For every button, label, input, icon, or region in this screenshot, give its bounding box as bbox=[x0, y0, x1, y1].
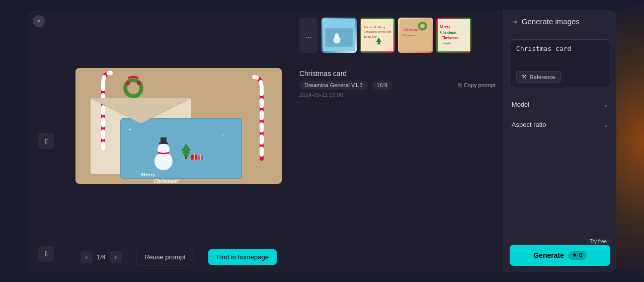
model-tag: Dreamina General V1.3 bbox=[299, 81, 368, 90]
chevron-right-icon: › bbox=[115, 254, 117, 261]
close-icon: × bbox=[37, 18, 40, 25]
svg-text:Christmas: Christmas bbox=[441, 36, 458, 40]
model-label: Model bbox=[512, 101, 529, 108]
svg-point-32 bbox=[335, 33, 339, 38]
aspect-ratio-chevron-icon: ⌄ bbox=[603, 121, 608, 128]
reuse-prompt-button[interactable]: Reuse prompt bbox=[136, 249, 194, 265]
svg-text:Merry: Merry bbox=[440, 25, 451, 29]
prompt-input-container: ⚒ Reference bbox=[510, 39, 610, 88]
thumbnail-4[interactable]: Merry Christmas Christmas Card bbox=[436, 18, 471, 53]
try-free-badge: Try free bbox=[586, 238, 610, 245]
generate-title: Generate images bbox=[522, 17, 580, 26]
page-indicator: 1/4 bbox=[97, 253, 106, 261]
left-nav-panel: ⇧ ⇩ bbox=[28, 10, 65, 272]
prompt-title: Christmas card bbox=[299, 69, 496, 78]
thumbnail-2[interactable]: Maman & Merry Christophe, layme fom the … bbox=[360, 18, 395, 53]
thumbnails-container: Maman & Merry Christophe, layme fom the … bbox=[321, 18, 471, 53]
ratio-tag: 16:9 bbox=[372, 81, 392, 90]
model-section[interactable]: Model ⌄ bbox=[504, 94, 616, 114]
chevron-left-icon: ‹ bbox=[86, 254, 88, 261]
svg-point-28 bbox=[137, 81, 141, 85]
copy-icon: ⎘ bbox=[458, 82, 462, 88]
svg-rect-15 bbox=[200, 155, 201, 160]
prompt-info-area: Christmas card Dreamina General V1.3 16:… bbox=[292, 65, 503, 102]
reference-button[interactable]: ⚒ Reference bbox=[516, 71, 561, 83]
svg-text:the rat hein: the rat hein bbox=[364, 35, 377, 38]
generate-button[interactable]: Generate ✦ 0 bbox=[510, 245, 610, 266]
svg-rect-44 bbox=[438, 19, 470, 51]
prev-page-button[interactable]: ‹ bbox=[80, 251, 93, 263]
svg-rect-11 bbox=[185, 156, 187, 159]
svg-rect-7 bbox=[160, 137, 167, 143]
next-page-button[interactable]: › bbox=[110, 251, 122, 263]
aspect-ratio-label: Aspect ratio bbox=[512, 121, 546, 128]
svg-point-43 bbox=[420, 24, 425, 28]
nav-up-button[interactable]: ⇧ bbox=[38, 133, 54, 149]
model-chevron-icon: ⌄ bbox=[603, 101, 608, 108]
generate-icon: ⇥ bbox=[512, 18, 518, 26]
right-section: ... M bbox=[292, 10, 503, 272]
svg-text:Maman & Merry: Maman & Merry bbox=[364, 25, 386, 29]
prompt-tags: Dreamina General V1.3 16:9 ⎘ Copy prompt bbox=[299, 81, 496, 90]
svg-text:✦: ✦ bbox=[128, 127, 132, 132]
svg-point-27 bbox=[126, 81, 130, 85]
svg-text:✦: ✦ bbox=[221, 133, 224, 136]
more-options-button[interactable]: ... bbox=[299, 18, 317, 53]
find-homepage-button[interactable]: Find in homepage bbox=[208, 249, 277, 265]
main-container: × ⇧ ⇩ bbox=[28, 10, 616, 272]
nav-down-button[interactable]: ⇩ bbox=[38, 246, 54, 262]
main-image: ✦ ✦ * Merry Christmas! bbox=[75, 68, 282, 184]
chevron-up-icon: ⇧ bbox=[43, 137, 49, 145]
close-button[interactable]: × bbox=[33, 15, 45, 27]
generate-panel: ⇥ Generate images ⚒ Reference Model ⌄ As… bbox=[503, 10, 616, 272]
svg-text:Christmas!: Christmas! bbox=[153, 178, 179, 184]
generate-footer: Try free Generate ✦ 0 bbox=[504, 239, 616, 272]
chevron-down-icon: ⇩ bbox=[43, 250, 49, 258]
svg-text:Christmas: Christmas bbox=[402, 33, 416, 37]
svg-text:*: * bbox=[211, 125, 212, 128]
credit-badge: ✦ 0 bbox=[568, 251, 587, 260]
thumbnail-strip: ... M bbox=[292, 10, 503, 65]
reference-icon: ⚒ bbox=[522, 74, 527, 80]
svg-rect-2 bbox=[121, 118, 242, 179]
generate-header: ⇥ Generate images bbox=[504, 10, 616, 33]
svg-rect-13 bbox=[194, 154, 195, 160]
prompt-input[interactable] bbox=[516, 45, 604, 65]
center-panel: ✦ ✦ * Merry Christmas! bbox=[65, 10, 292, 272]
image-display-area: ✦ ✦ * Merry Christmas! bbox=[65, 10, 292, 242]
bottom-bar: ‹ 1/4 › Reuse prompt Find in homepage bbox=[65, 242, 292, 272]
copy-prompt-button[interactable]: ⎘ Copy prompt bbox=[458, 82, 496, 88]
svg-text:Christmas: Christmas bbox=[403, 27, 418, 32]
thumbnail-1[interactable] bbox=[321, 18, 357, 53]
thumbnail-3[interactable]: Christmas Christmas bbox=[398, 18, 433, 53]
svg-text:Card: Card bbox=[443, 41, 450, 45]
timestamp: 2024-05-11 16:00 bbox=[299, 92, 496, 98]
aspect-ratio-section[interactable]: Aspect ratio ⌄ bbox=[504, 114, 616, 134]
svg-text:Christophe, layme fom: Christophe, layme fom bbox=[364, 30, 391, 33]
svg-text:Christmas: Christmas bbox=[440, 30, 457, 35]
svg-text:Merry: Merry bbox=[140, 171, 155, 177]
pagination: ‹ 1/4 › bbox=[80, 251, 122, 263]
star-icon: ✦ bbox=[572, 252, 577, 259]
